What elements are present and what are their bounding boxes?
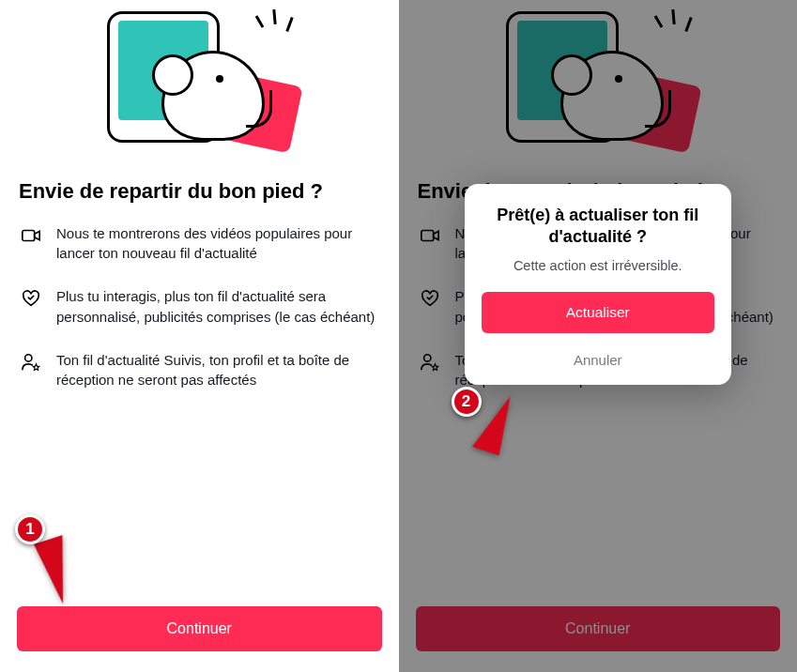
bullet-text: Ton fil d'actualité Suivis, ton profil e…: [56, 350, 378, 391]
cancel-button[interactable]: Annuler: [482, 346, 714, 372]
person-star-icon: [21, 352, 41, 373]
bullet-item: Ton fil d'actualité Suivis, ton profil e…: [21, 350, 378, 391]
bullet-text: Nous te montrerons des vidéos populaires…: [56, 223, 378, 265]
bullet-text: Plus tu interagis, plus ton fil d'actual…: [56, 286, 378, 328]
screen-step-2: Envie de repartir du bon pied ? Nous te …: [399, 0, 798, 672]
spark-icon: [273, 9, 277, 24]
page-heading: Envie de repartir du bon pied ?: [19, 178, 380, 205]
heart-check-icon: [21, 288, 41, 309]
confirm-modal: Prêt(e) à actualiser ton fil d'actualité…: [465, 184, 731, 385]
screen-step-1: Envie de repartir du bon pied ? Nous te …: [0, 0, 399, 672]
bullet-list: Nous te montrerons des vidéos populaires…: [17, 223, 382, 391]
video-icon: [21, 225, 41, 246]
svg-rect-0: [23, 230, 35, 240]
bullet-item: Plus tu interagis, plus ton fil d'actual…: [21, 286, 378, 328]
step-marker-2: 2: [452, 387, 482, 417]
bullet-item: Nous te montrerons des vidéos populaires…: [21, 223, 378, 265]
modal-subtitle: Cette action est irréversible.: [482, 258, 714, 273]
annotation-arrow-icon: [34, 535, 83, 606]
spark-icon: [255, 15, 265, 28]
svg-point-1: [25, 354, 32, 360]
spark-icon: [286, 17, 294, 32]
illustration: [17, 0, 382, 173]
elephant-ear-icon: [152, 54, 193, 96]
step-marker-1: 1: [15, 514, 45, 544]
refresh-button[interactable]: Actualiser: [482, 292, 714, 333]
modal-title: Prêt(e) à actualiser ton fil d'actualité…: [482, 205, 714, 249]
continue-button[interactable]: Continuer: [17, 606, 382, 651]
